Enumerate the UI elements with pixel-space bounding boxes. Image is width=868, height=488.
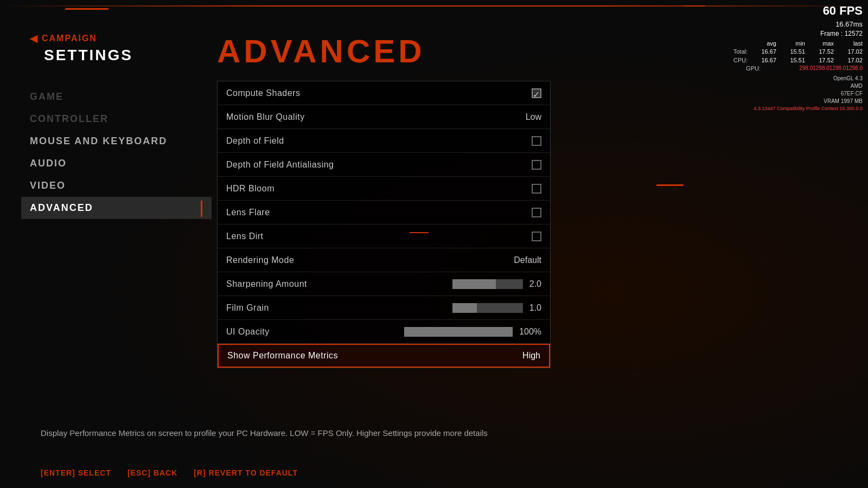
ui-opacity-slider-container[interactable]: 100% [404,327,541,337]
col-avg: avg [752,40,776,48]
setting-name-show-perf-metrics: Show Performance Metrics [227,351,338,361]
sidebar-item-mouse[interactable]: MOUSE AND KEYBOARD [30,130,212,152]
settings-panel: Compute Shaders ✓ Motion Blur Quality Lo… [217,81,551,368]
setting-rendering-mode[interactable]: Rendering Mode Default [218,248,550,272]
setting-name-compute-shaders: Compute Shaders [226,88,300,98]
control-esc[interactable]: [ESC] BACK [127,468,177,477]
bottom-controls: [ENTER] SELECT [ESC] BACK [R] REVERT TO … [41,468,298,477]
cpu-max: 17.52 [809,56,834,65]
setting-name-rendering-mode: Rendering Mode [226,255,294,265]
control-enter[interactable]: [ENTER] SELECT [41,468,111,477]
sharpening-slider-track[interactable] [452,279,523,289]
sidebar-item-advanced[interactable]: ADVANCED [21,197,212,219]
sidebar-item-controller[interactable]: CONTROLLER [30,108,212,130]
total-max: 17.52 [809,48,834,56]
film-grain-slider-container[interactable]: 1.0 [452,303,541,313]
compat-line: 4.3.13447 Compatibility Profile Context … [723,105,863,112]
setting-value-ui-opacity: 100% [519,327,541,337]
gpu-label: GPU: [736,65,761,73]
sidebar-item-game[interactable]: GAME [30,86,212,108]
perf-overlay: 60 FPS 16.67ms Frame : 12572 avg min max… [723,3,863,112]
setting-motion-blur[interactable]: Motion Blur Quality Low [218,105,550,129]
setting-dof-antialiasing[interactable]: Depth of Field Antialiasing [218,153,550,177]
setting-name-lens-dirt: Lens Dirt [226,232,264,241]
setting-name-film-grain: Film Grain [226,303,269,313]
top-accent [65,8,108,10]
checkbox-depth-of-field[interactable] [532,136,541,146]
sidebar-item-video[interactable]: VIDEO [30,175,212,197]
setting-show-perf-metrics[interactable]: Show Performance Metrics High [218,344,550,368]
sidebar-item-audio[interactable]: AUDIO [30,152,212,175]
fps-ms: 16.67ms [723,20,863,29]
sidebar-accent [201,201,202,217]
gpu-vals: 298.01298.01298.01298.0 [765,65,863,73]
row-accent [410,232,429,233]
setting-value-rendering-mode: Default [514,255,541,265]
setting-lens-dirt[interactable]: Lens Dirt [218,224,550,248]
perf-table: avg min max last Total: 16.67 15.51 17.5… [723,40,863,73]
setting-name-dof-antialiasing: Depth of Field Antialiasing [226,160,334,170]
col-last: last [838,40,863,48]
setting-name-ui-opacity: UI Opacity [226,327,270,337]
fps-counter: 60 FPS [723,3,863,20]
setting-name-depth-of-field: Depth of Field [226,136,284,146]
setting-name-motion-blur: Motion Blur Quality [226,112,305,122]
setting-compute-shaders[interactable]: Compute Shaders ✓ [218,81,550,105]
setting-name-sharpening: Sharpening Amount [226,279,307,289]
setting-lens-flare[interactable]: Lens Flare [218,201,550,224]
vram-info: VRAM 1997 MB [723,98,863,105]
film-grain-slider-track[interactable] [452,303,523,313]
fps-frame: Frame : 12572 [723,29,863,38]
vendor-info: AMD [723,82,863,90]
cpu-min: 15.51 [781,56,805,65]
total-min: 15.51 [781,48,805,56]
total-last: 17.02 [838,48,863,56]
ui-opacity-slider-fill [404,327,513,337]
checkbox-lens-dirt[interactable] [532,232,541,241]
description-text: Display Performance Metrics on screen to… [41,427,841,440]
checkbox-hdr-bloom[interactable] [532,184,541,194]
checkbox-compute-shaders[interactable]: ✓ [532,88,541,98]
col-max: max [809,40,834,48]
sharpening-slider-container[interactable]: 2.0 [452,279,541,289]
opengl-info: OpenGL 4.3 [723,75,863,82]
cpu-avg: 16.67 [752,56,776,65]
setting-sharpening[interactable]: Sharpening Amount 2.0 [218,272,550,296]
film-grain-slider-fill [452,303,477,313]
campaign-back[interactable]: ◀ CAMPAIGN [30,33,212,44]
campaign-label: CAMPAIGN [42,34,97,43]
setting-value-film-grain: 1.0 [529,303,541,313]
col-min: min [781,40,805,48]
checkbox-dof-antialiasing[interactable] [532,160,541,170]
cpu-last: 17.02 [838,56,863,65]
setting-film-grain[interactable]: Film Grain 1.0 [218,296,550,320]
total-avg: 16.67 [752,48,776,56]
top-accent2 [684,5,706,7]
setting-value-show-perf-metrics: High [522,351,540,361]
setting-name-hdr-bloom: HDR Bloom [226,184,275,194]
bottom-description: Display Performance Metrics on screen to… [41,427,841,440]
sidebar: ◀ CAMPAIGN SETTINGS GAME CONTROLLER MOUS… [0,0,212,488]
setting-name-lens-flare: Lens Flare [226,208,270,217]
setting-hdr-bloom[interactable]: HDR Bloom [218,177,550,201]
checkbox-lens-flare[interactable] [532,208,541,217]
control-revert[interactable]: [R] REVERT TO DEFAULT [194,468,298,477]
total-label: Total: [723,48,748,56]
ui-opacity-slider-track[interactable] [404,327,513,337]
cpu-label: CPU: [723,56,748,65]
setting-depth-of-field[interactable]: Depth of Field [218,129,550,153]
device-info: 67EF:CF [723,90,863,98]
back-arrow-icon: ◀ [30,33,37,44]
sharpening-slider-fill [452,279,496,289]
setting-value-sharpening: 2.0 [529,279,541,289]
setting-ui-opacity[interactable]: UI Opacity 100% [218,320,550,344]
setting-value-motion-blur: Low [526,112,541,122]
settings-label: SETTINGS [44,47,212,64]
